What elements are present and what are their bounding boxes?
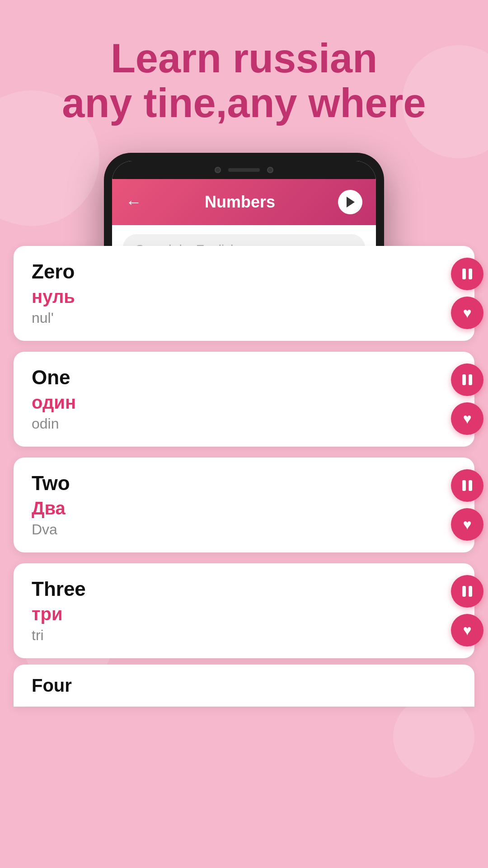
play-icon: [347, 197, 355, 208]
screen-title: Numbers: [205, 193, 275, 212]
pause-bar-left-one: [462, 374, 466, 385]
word-english-one: One: [32, 366, 429, 389]
notch-cutout: [203, 163, 285, 177]
card-actions-three: ♥: [451, 575, 483, 646]
back-button[interactable]: ←: [126, 193, 142, 212]
word-card-zero: Zero нуль nul' ♥: [14, 246, 474, 341]
phone-notch: [112, 161, 376, 179]
sensor-icon: [267, 167, 273, 173]
word-card-three: Three три tri ♥: [14, 563, 474, 658]
pause-button-two[interactable]: [451, 469, 483, 502]
favorite-button-two[interactable]: ♥: [451, 508, 483, 541]
hero-line2: any tine,any where: [27, 81, 461, 126]
pause-icon-three: [462, 586, 472, 597]
word-russian-one: один: [32, 392, 429, 413]
word-transliteration-two: Dva: [32, 521, 429, 538]
word-transliteration-one: odin: [32, 415, 429, 432]
favorite-button-three[interactable]: ♥: [451, 614, 483, 646]
pause-icon-two: [462, 480, 472, 491]
word-card-one: One один odin ♥: [14, 352, 474, 447]
card-actions-two: ♥: [451, 469, 483, 541]
word-card-two: Two Два Dva ♥: [14, 458, 474, 552]
favorite-button-zero[interactable]: ♥: [451, 297, 483, 329]
card-actions-one: ♥: [451, 363, 483, 435]
word-russian-two: Два: [32, 498, 429, 519]
word-english-four: Four: [32, 675, 429, 696]
heart-icon-one: ♥: [463, 411, 472, 426]
hero-section: Learn russian any tine,any where: [0, 0, 488, 144]
word-transliteration-three: tri: [32, 627, 429, 644]
word-cards-list: Zero нуль nul' ♥ One один odin: [0, 246, 488, 707]
camera-icon: [215, 167, 221, 173]
pause-bar-left-three: [462, 586, 466, 597]
word-russian-three: три: [32, 604, 429, 624]
card-actions-zero: ♥: [451, 258, 483, 329]
heart-icon-zero: ♥: [463, 306, 472, 320]
pause-button-one[interactable]: [451, 363, 483, 396]
pause-bar-right-two: [469, 480, 472, 491]
word-english-two: Two: [32, 472, 429, 495]
word-russian-zero: нуль: [32, 287, 429, 307]
pause-bar-right-one: [469, 374, 472, 385]
play-all-button[interactable]: [338, 190, 362, 214]
pause-bar-left-two: [462, 480, 466, 491]
pause-bar-right: [469, 269, 472, 279]
bg-decoration-4: [393, 696, 474, 778]
word-transliteration-zero: nul': [32, 310, 429, 326]
app-header: ← Numbers: [112, 179, 376, 225]
heart-icon-two: ♥: [463, 517, 472, 532]
heart-icon-three: ♥: [463, 623, 472, 637]
favorite-button-one[interactable]: ♥: [451, 402, 483, 435]
word-card-four-partial: Four: [14, 665, 474, 707]
pause-icon-zero: [462, 269, 472, 279]
pause-bar-left: [462, 269, 466, 279]
pause-button-zero[interactable]: [451, 258, 483, 290]
hero-line1: Learn russian: [27, 36, 461, 81]
pause-button-three[interactable]: [451, 575, 483, 608]
pause-icon-one: [462, 374, 472, 385]
word-english-three: Three: [32, 578, 429, 600]
speaker-icon: [228, 168, 260, 172]
word-english-zero: Zero: [32, 260, 429, 283]
pause-bar-right-three: [469, 586, 472, 597]
